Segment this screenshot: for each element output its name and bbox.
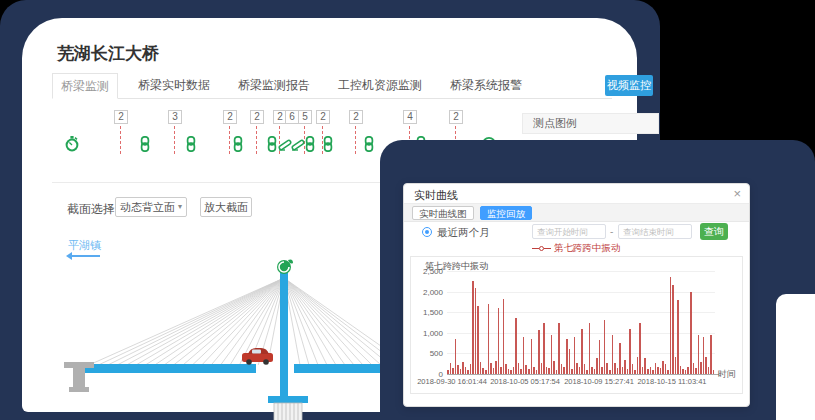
chart-bar (470, 364, 472, 374)
section-select-dropdown[interactable]: 动态背立面 ▾ (115, 197, 187, 217)
left-arrow-icon (68, 255, 100, 257)
chart-bar (584, 364, 586, 374)
query-end-time-input[interactable] (618, 224, 692, 239)
query-button[interactable]: 查询 (700, 223, 728, 240)
chart-bar (695, 368, 697, 374)
bank-label: 平湖镇 (68, 238, 101, 253)
tower-pier-cap (268, 396, 308, 403)
chart-container: 第七跨跨中振动 2,5002,0001,5001,0005000 2018-09… (410, 256, 743, 394)
close-icon[interactable]: × (733, 186, 741, 201)
chart-bar (472, 281, 474, 374)
link-icon[interactable] (320, 136, 336, 152)
sensor-count-badge[interactable]: 2 (349, 110, 363, 124)
sensor-count-badge[interactable]: 3 (168, 110, 182, 124)
chart-bar (538, 330, 540, 375)
last-two-months-radio[interactable] (422, 227, 432, 237)
chart-series (447, 271, 715, 374)
link-icon[interactable] (230, 136, 246, 152)
main-tabbar: 桥梁监测桥梁实时数据桥梁监测报告工控机资源监测桥梁系统报警 (52, 73, 612, 99)
chart-bar (708, 367, 710, 374)
link-icon[interactable] (137, 136, 153, 152)
x-tick-label: 2018-10-05 05:17:54 (485, 377, 565, 386)
x-tick-label: 2018-10-15 11:03:41 (632, 377, 712, 386)
date-range-separator: - (610, 226, 613, 237)
chart-bar (536, 370, 538, 374)
tab-3[interactable]: 工控机资源监测 (330, 73, 430, 99)
chart-bar (520, 369, 522, 374)
bridge-tower (280, 270, 288, 401)
chart-bar (647, 369, 649, 374)
chart-bar (594, 369, 596, 374)
front-window: 例 温度 （9） 对比分析 对比分析 测点列表 (776, 294, 815, 420)
chart-bar (508, 369, 510, 374)
sensor-count-badge[interactable]: 4 (403, 110, 417, 124)
chart-bar (604, 320, 606, 374)
link-icon[interactable] (361, 136, 377, 152)
chart-bar (480, 362, 482, 374)
legend-panel-header: 测点图例 (522, 113, 659, 134)
chart-bar (650, 367, 652, 374)
y-tick-label: 1,500 (411, 308, 443, 317)
chart-bar (490, 363, 492, 374)
cables (89, 278, 408, 365)
modal-header: 实时曲线 × (404, 184, 749, 204)
chart-bar (672, 285, 674, 374)
enlarge-section-button[interactable]: 放大截面 (200, 197, 252, 217)
chart-bar (553, 361, 555, 374)
tab-2[interactable]: 桥梁监测报告 (230, 73, 318, 99)
chart-bar (460, 369, 462, 374)
y-tick-label: 500 (411, 349, 443, 358)
chart-bar (482, 368, 484, 374)
chart-bar (606, 363, 608, 374)
modal-tab-0[interactable]: 实时曲线图 (412, 206, 474, 220)
chart-bar (465, 367, 467, 374)
chart-bar (680, 366, 682, 374)
stopwatch-icon[interactable] (64, 136, 80, 152)
chart-bar (596, 358, 598, 374)
chart-bar (558, 323, 560, 374)
query-start-time-input[interactable] (532, 224, 606, 239)
sensor-count-badge[interactable]: 5 (298, 110, 312, 124)
chart-bar (556, 370, 558, 374)
link-icon[interactable] (183, 136, 199, 152)
chart-bar (665, 364, 667, 374)
sensor-count-badge[interactable]: 2 (316, 110, 330, 124)
chart-bar (477, 306, 479, 374)
chart-bar (561, 364, 563, 374)
chart-bar (493, 368, 495, 374)
chart-bar (515, 318, 517, 374)
chart-bar (518, 363, 520, 375)
chart-bar (637, 357, 639, 374)
video-monitor-button[interactable]: 视频监控 (605, 75, 653, 96)
tab-1[interactable]: 桥梁实时数据 (130, 73, 218, 99)
chart-bar (591, 367, 593, 374)
modal-tab-1[interactable]: 监控回放 (480, 206, 532, 220)
sensor-count-badge[interactable]: 2 (250, 110, 264, 124)
chart-bar (475, 288, 477, 375)
chart-bar (693, 363, 695, 374)
chart-bar (450, 363, 452, 375)
chart-bar (488, 304, 490, 374)
chart-bar (629, 329, 631, 374)
chart-bar (563, 367, 565, 374)
tab-4[interactable]: 桥梁系统报警 (442, 73, 530, 99)
chart-bar (546, 367, 548, 374)
chart-bar (586, 370, 588, 374)
tab-0[interactable]: 桥梁监测 (52, 73, 118, 99)
sensor-count-badge[interactable]: 2 (114, 110, 128, 124)
chart-bar (523, 337, 525, 374)
legend-line-icon (532, 248, 539, 249)
chart-bar (670, 277, 672, 374)
chart-bar (579, 367, 581, 374)
gridline (447, 374, 719, 375)
chart-legend[interactable]: 第七跨跨中振动 (404, 242, 749, 254)
sensor-count-badge[interactable]: 2 (449, 110, 463, 124)
chart-bar (533, 367, 535, 374)
anemometer-icon[interactable] (277, 259, 293, 274)
chart-bar (612, 335, 614, 374)
link-icon[interactable] (302, 136, 318, 152)
sensor-count-badge[interactable]: 6 (285, 110, 299, 124)
sensor-count-badge[interactable]: 2 (223, 110, 237, 124)
chart-bar (677, 300, 679, 374)
legend-line-icon (544, 248, 551, 249)
